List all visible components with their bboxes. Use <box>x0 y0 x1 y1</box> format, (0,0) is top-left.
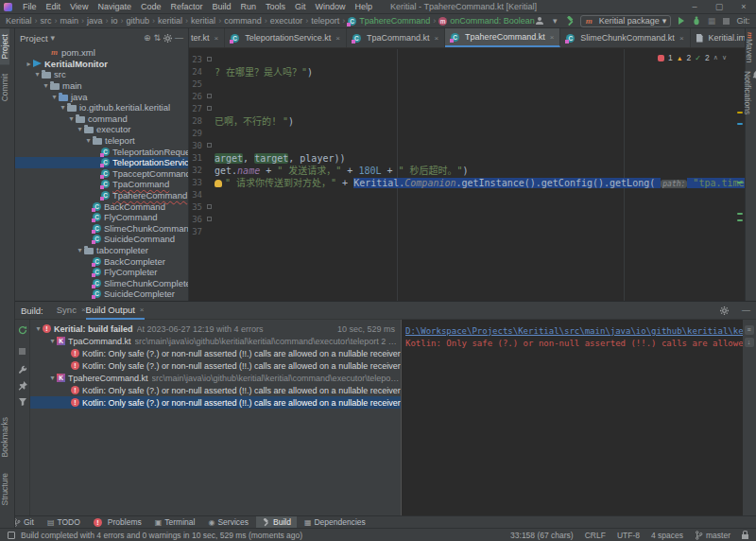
tree-toggle-icon[interactable]: ▾ <box>42 81 50 90</box>
editor-tab-TpahereCommand.kt[interactable]: CTpahereCommand.kt× <box>445 28 560 47</box>
menu-tools[interactable]: Tools <box>261 2 290 11</box>
crumb-command[interactable]: command <box>224 16 262 26</box>
project-tree-item-TpahereCommand[interactable]: CTpahereCommand <box>15 190 188 201</box>
close-tab-icon[interactable]: × <box>550 33 555 42</box>
code-line-33[interactable]: 33" 请求你传送到对方处，" + Keritial.Companion.get… <box>189 177 735 189</box>
maximize-icon[interactable]: ▢ <box>707 0 731 13</box>
menu-edit[interactable]: Edit <box>42 2 66 11</box>
menu-refactor[interactable]: Refactor <box>165 2 207 11</box>
menu-navigate[interactable]: Navigate <box>93 2 136 11</box>
fold-marker[interactable] <box>206 91 215 103</box>
project-tree-item-SlimeChunkCommand[interactable]: CSlimeChunkCommand <box>15 223 188 235</box>
project-panel-title[interactable]: Project <box>20 33 48 44</box>
project-tree-item-pom.xml[interactable]: mpom.xml <box>15 47 188 59</box>
code-line-37[interactable]: 37 <box>189 226 735 238</box>
avatar-dropdown-icon[interactable]: ▾ <box>550 15 560 26</box>
build-tree-row[interactable]: ▾KTpahereCommand.ktsrc\main\java\io\gith… <box>30 372 401 384</box>
menu-help[interactable]: Help <box>351 2 378 11</box>
project-tree-item-SlimeChunkCompleter[interactable]: CSlimeChunkCompleter <box>15 277 188 288</box>
status-message[interactable]: Build completed with 4 errors and 0 warn… <box>21 531 302 540</box>
toolwindow-button-build[interactable]: Build <box>256 516 297 529</box>
build-tab-build-output[interactable]: Build Output× <box>86 302 145 320</box>
project-tree-item-java[interactable]: ▾java <box>15 91 188 102</box>
code-line-31[interactable]: 31arget, target, player)) <box>189 152 735 165</box>
toolwindow-button-terminal[interactable]: ▣Terminal <box>149 516 201 529</box>
toolwindow-button-problems[interactable]: !Problems <box>88 516 147 529</box>
stripe-commit[interactable]: Commit <box>0 68 9 107</box>
project-tree-item-SuicideCommand[interactable]: CSuicideCommand <box>15 234 188 245</box>
stripe-notifications[interactable]: Notifications <box>743 67 756 118</box>
crumb-java[interactable]: java <box>87 16 103 26</box>
menu-file[interactable]: File <box>18 2 42 11</box>
project-tree-item-FlyCompleter[interactable]: CFlyCompleter <box>15 267 188 278</box>
tree-toggle-icon[interactable]: ▾ <box>33 70 42 79</box>
project-tree-item-io.github.keritial.keritial[interactable]: ▾io.github.keritial.keritial <box>15 102 188 113</box>
code-line-35[interactable]: 35 <box>189 201 735 214</box>
project-tree-item-TeleportationRequest[interactable]: CTeleportationRequest <box>15 146 188 157</box>
project-tree-item-TeleportationService[interactable]: CTeleportationService <box>15 157 188 168</box>
soft-wrap-icon[interactable]: ≡ <box>745 325 754 335</box>
project-tree-item-KeritialMonitor[interactable]: ▸KeritialMonitor <box>15 59 188 70</box>
project-tree-item-teleport[interactable]: ▾teleport <box>15 135 188 147</box>
scroll-to-end-icon[interactable]: ↓ <box>745 338 754 347</box>
code-line-30[interactable]: 30 <box>189 140 735 152</box>
project-tree-item-BackCommand[interactable]: CBackCommand <box>15 201 188 212</box>
crumb-io[interactable]: io <box>112 16 118 26</box>
build-tree-row[interactable]: ▾!Keritial: build failedAt 2023-06-27 12… <box>30 323 401 335</box>
collapse-all-icon[interactable]: ⇅ <box>153 33 161 43</box>
tree-toggle-icon[interactable]: ▾ <box>67 114 76 123</box>
tree-toggle-icon[interactable]: ▾ <box>84 136 93 145</box>
stripe-structure[interactable]: Structure <box>0 467 9 512</box>
close-tab-icon[interactable]: × <box>140 305 145 314</box>
code-line-29[interactable]: 29 <box>189 128 735 140</box>
crumb-src[interactable]: src <box>41 16 52 26</box>
build-tree-row[interactable]: !Kotlin: Only safe (?.) or non-null asse… <box>30 396 401 409</box>
readonly-lock-icon[interactable] <box>742 534 748 539</box>
fold-marker[interactable] <box>206 103 215 115</box>
tree-toggle-icon[interactable]: ▸ <box>25 60 33 68</box>
fold-marker[interactable] <box>206 140 215 152</box>
caret-position[interactable]: 33:158 (67 chars) <box>510 531 574 540</box>
toolwindow-toggle-icon[interactable] <box>8 532 15 539</box>
project-tree-item-src[interactable]: ▾src <box>15 69 188 80</box>
hide-panel-icon[interactable]: — <box>175 33 183 43</box>
build-tree-row[interactable]: !Kotlin: Only safe (?.) or non-null asse… <box>30 384 401 396</box>
project-tree-item-TpacceptCommand[interactable]: CTpacceptCommand <box>15 168 188 180</box>
wrench-icon[interactable] <box>18 365 27 375</box>
coverage-button[interactable]: ▦ <box>706 15 716 26</box>
project-tree-item-FlyCommand[interactable]: CFlyCommand <box>15 212 188 223</box>
crumb-keritial[interactable]: keritial <box>191 16 215 26</box>
project-tree-item-executor[interactable]: ▾executor <box>15 124 188 135</box>
close-icon[interactable]: × <box>731 0 756 13</box>
toolwindow-button-services[interactable]: ◉Services <box>202 516 254 529</box>
editor-tab-SlimeChunkCommand.kt[interactable]: CSlimeChunkCommand.kt× <box>560 28 690 47</box>
project-tree-item-SuicideCompleter[interactable]: CSuicideCompleter <box>15 288 188 300</box>
console-line[interactable]: Kotlin: Only safe (?.) or non-null asser… <box>405 338 739 350</box>
tree-toggle-icon[interactable]: ▾ <box>76 246 84 254</box>
menu-run[interactable]: Run <box>235 2 261 11</box>
menu-view[interactable]: View <box>65 2 93 11</box>
crumb-teleport[interactable]: teleport <box>311 16 339 26</box>
hide-panel-icon[interactable]: — <box>742 305 750 315</box>
close-tab-icon[interactable]: × <box>335 34 340 43</box>
menu-git[interactable]: Git <box>290 2 311 11</box>
editor-tab-ter.kt[interactable]: ter.kt× <box>189 28 225 47</box>
crumb-keritial[interactable]: keritial <box>158 16 182 26</box>
crumb-Keritial[interactable]: Keritial <box>6 16 32 26</box>
minimize-icon[interactable]: – <box>682 0 707 13</box>
stripe-bookmarks[interactable]: Bookmarks <box>0 411 9 463</box>
fold-marker[interactable] <box>206 201 215 214</box>
gear-icon[interactable] <box>720 306 729 315</box>
code-line-23[interactable]: 23 <box>189 54 735 66</box>
stripe-project[interactable]: Project <box>0 28 9 64</box>
project-tree-item-main[interactable]: ▾main <box>15 80 188 92</box>
close-tab-icon[interactable]: × <box>679 34 684 43</box>
code-line-27[interactable]: 27 <box>189 103 735 115</box>
inspections-widget[interactable]: 1 ▲ 2 ✓ 2 ∧ ∨ <box>655 52 730 63</box>
tree-toggle-icon[interactable]: ▾ <box>59 103 67 112</box>
build-hammer-icon[interactable] <box>565 15 576 26</box>
toolwindow-button-todo[interactable]: ▤TODO <box>42 516 86 529</box>
build-tree-row[interactable]: !Kotlin: Only safe (?.) or non-null asse… <box>30 347 401 359</box>
indent-setting[interactable]: 4 spaces <box>651 531 683 540</box>
build-tree-row[interactable]: !Kotlin: Only safe (?.) or non-null asse… <box>30 359 401 372</box>
